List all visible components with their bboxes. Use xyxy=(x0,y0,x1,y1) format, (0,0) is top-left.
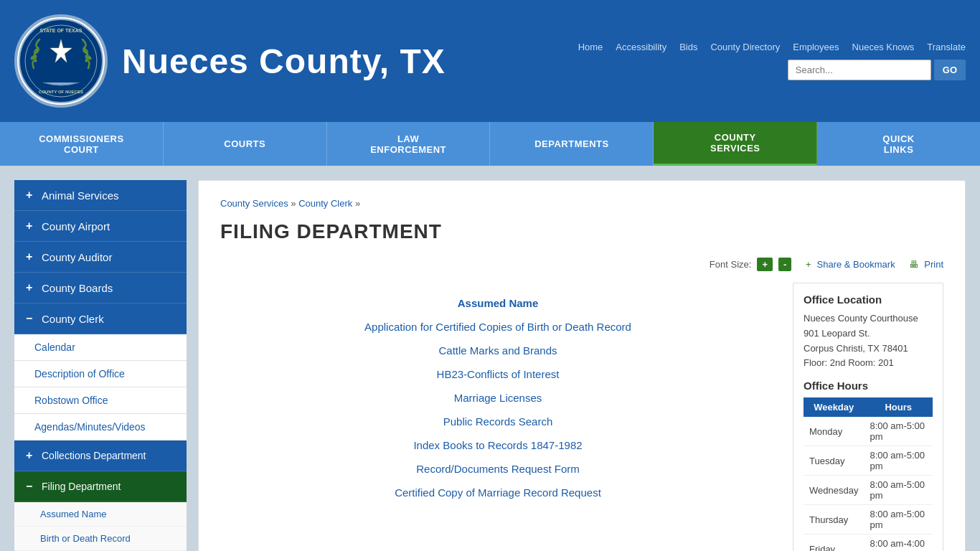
table-row: Monday8:00 am-5:00 pm xyxy=(804,417,933,446)
sidebar-item-animal-services[interactable]: + Animal Services xyxy=(14,180,187,211)
printer-icon: 🖶 xyxy=(909,259,918,270)
sidebar-item-label: County Boards xyxy=(42,282,113,294)
sidebar-item-filing-department[interactable]: − Filing Department xyxy=(14,471,187,502)
font-controls-bar: Font Size: + - + Share & Bookmark 🖶 Prin… xyxy=(220,258,943,271)
sidebar-subitem-agendas[interactable]: Agendas/Minutes/Videos xyxy=(14,414,187,441)
sidebar-subitem-birth-death[interactable]: Birth or Death Record xyxy=(14,527,187,551)
nav-bids[interactable]: Bids xyxy=(679,42,697,52)
hours-day: Thursday xyxy=(804,505,864,534)
link-record-documents[interactable]: Record/Documents Request Form xyxy=(220,463,776,475)
sidebar-item-county-auditor[interactable]: + County Auditor xyxy=(14,242,187,273)
link-assumed-name[interactable]: Assumed Name xyxy=(220,297,776,309)
sidebar-subitem-description[interactable]: Description of Office xyxy=(14,361,187,387)
office-address-4: Floor: 2nd Room: 201 xyxy=(804,357,894,368)
sidebar: + Animal Services + County Airport + Cou… xyxy=(14,180,187,551)
nav-law-enforcement[interactable]: LAWENFORCEMENT xyxy=(327,122,491,166)
filing-submenu: Assumed Name Birth or Death Record Cattl… xyxy=(14,502,187,551)
toggle-icon: + xyxy=(26,281,36,294)
link-marriage-licenses[interactable]: Marriage Licenses xyxy=(220,392,776,404)
main-navigation: COMMISSIONERSCOURT COURTS LAWENFORCEMENT… xyxy=(0,122,980,166)
svg-text:STATE OF TEXAS: STATE OF TEXAS xyxy=(40,28,83,33)
nav-accessibility[interactable]: Accessibility xyxy=(616,42,666,52)
toggle-icon: + xyxy=(26,449,36,462)
content-wrapper: + Animal Services + County Airport + Cou… xyxy=(0,166,980,551)
nav-employees[interactable]: Employees xyxy=(793,42,839,52)
nav-translate[interactable]: Translate xyxy=(927,42,966,52)
info-panel: Office Location Nueces County Courthouse… xyxy=(793,283,943,551)
link-cattle-marks[interactable]: Cattle Marks and Brands xyxy=(220,344,776,357)
hours-day: Monday xyxy=(804,417,864,446)
sidebar-subitem-assumed-name[interactable]: Assumed Name xyxy=(14,502,187,527)
sidebar-subitem-calendar[interactable]: Calendar xyxy=(14,334,187,361)
hours-header-weekday: Weekday xyxy=(804,397,864,417)
table-row: Friday8:00 am-4:00 pm xyxy=(804,534,933,551)
table-row: Wednesday8:00 am-5:00 pm xyxy=(804,476,933,505)
office-hours-title: Office Hours xyxy=(804,380,933,392)
link-index-books[interactable]: Index Books to Records 1847-1982 xyxy=(220,439,776,451)
office-location-title: Office Location xyxy=(804,293,933,306)
font-increase-button[interactable]: + xyxy=(757,258,773,271)
sidebar-subitem-robstown[interactable]: Robstown Office xyxy=(14,387,187,414)
table-row: Tuesday8:00 am-5:00 pm xyxy=(804,446,933,476)
nav-county-directory[interactable]: County Directory xyxy=(710,42,780,52)
hours-time: 8:00 am-5:00 pm xyxy=(864,417,933,446)
hours-day: Wednesday xyxy=(804,476,864,505)
print-link[interactable]: Print xyxy=(924,259,943,270)
sidebar-item-county-clerk[interactable]: − County Clerk xyxy=(14,303,187,334)
header-left: STATE OF TEXAS COUNTY OF NUECES xyxy=(14,14,446,108)
link-birth-death[interactable]: Application for Certified Copies of Birt… xyxy=(220,321,776,333)
search-bar: GO xyxy=(788,60,966,80)
nav-home[interactable]: Home xyxy=(578,42,603,52)
department-links: Assumed Name Application for Certified C… xyxy=(220,283,776,551)
hours-time: 8:00 am-5:00 pm xyxy=(864,446,933,476)
link-hb23[interactable]: HB23-Conflicts of Interest xyxy=(220,368,776,380)
sidebar-item-label: County Airport xyxy=(42,220,110,232)
content-body: Assumed Name Application for Certified C… xyxy=(220,283,943,551)
search-input[interactable] xyxy=(788,60,931,80)
toggle-icon: − xyxy=(26,312,36,325)
search-button[interactable]: GO xyxy=(934,60,966,80)
sidebar-item-label: Animal Services xyxy=(42,189,119,202)
nav-county-services[interactable]: COUNTYSERVICES xyxy=(654,122,817,166)
hours-time: 8:00 am-4:00 pm xyxy=(864,534,933,551)
breadcrumb-end: » xyxy=(355,198,360,209)
main-content: County Services » County Clerk » FILING … xyxy=(198,180,966,551)
office-address-3: Corpus Christi, TX 78401 xyxy=(804,343,908,354)
header: STATE OF TEXAS COUNTY OF NUECES xyxy=(0,0,980,122)
sidebar-item-label: County Auditor xyxy=(42,251,112,263)
site-title: Nueces County, TX xyxy=(122,42,446,81)
nav-courts[interactable]: COURTS xyxy=(164,122,327,166)
hours-header-hours: Hours xyxy=(864,397,933,417)
font-decrease-button[interactable]: - xyxy=(778,258,791,271)
sidebar-item-county-boards[interactable]: + County Boards xyxy=(14,273,187,303)
sidebar-item-label: County Clerk xyxy=(42,313,104,325)
toggle-icon: + xyxy=(26,189,36,202)
link-public-records[interactable]: Public Records Search xyxy=(220,415,776,428)
toggle-icon: + xyxy=(26,220,36,232)
breadcrumb-county-clerk[interactable]: County Clerk xyxy=(298,198,352,209)
top-navigation: Home Accessibility Bids County Directory… xyxy=(578,42,966,52)
svg-text:COUNTY OF NUECES: COUNTY OF NUECES xyxy=(39,90,83,94)
hours-time: 8:00 am-5:00 pm xyxy=(864,476,933,505)
breadcrumb-county-services[interactable]: County Services xyxy=(220,198,288,209)
toggle-icon: + xyxy=(26,250,36,263)
sidebar-item-collections[interactable]: + Collections Department xyxy=(14,441,187,471)
sidebar-item-county-airport[interactable]: + County Airport xyxy=(14,211,187,242)
nav-commissioners-court[interactable]: COMMISSIONERSCOURT xyxy=(0,122,164,166)
sidebar-item-label: Filing Department xyxy=(42,481,121,492)
hours-table: Weekday Hours Monday8:00 am-5:00 pmTuesd… xyxy=(804,397,933,551)
office-address-2: 901 Leopard St. xyxy=(804,328,870,339)
hours-time: 8:00 am-5:00 pm xyxy=(864,505,933,534)
office-location-box: Office Location Nueces County Courthouse… xyxy=(793,283,943,551)
table-row: Thursday8:00 am-5:00 pm xyxy=(804,505,933,534)
header-right: Home Accessibility Bids County Directory… xyxy=(578,42,966,80)
share-bookmark-link[interactable]: Share & Bookmark xyxy=(817,259,895,270)
font-size-label: Font Size: xyxy=(710,259,752,270)
nav-quick-links[interactable]: QUICKLINKS xyxy=(817,122,980,166)
link-certified-marriage[interactable]: Certified Copy of Marriage Record Reques… xyxy=(220,486,776,499)
hours-day: Friday xyxy=(804,534,864,551)
nav-nueces-knows[interactable]: Nueces Knows xyxy=(852,42,915,52)
page-title: FILING DEPARTMENT xyxy=(220,220,943,243)
share-icon: + xyxy=(806,259,811,270)
nav-departments[interactable]: DEPARTMENTS xyxy=(490,122,654,166)
